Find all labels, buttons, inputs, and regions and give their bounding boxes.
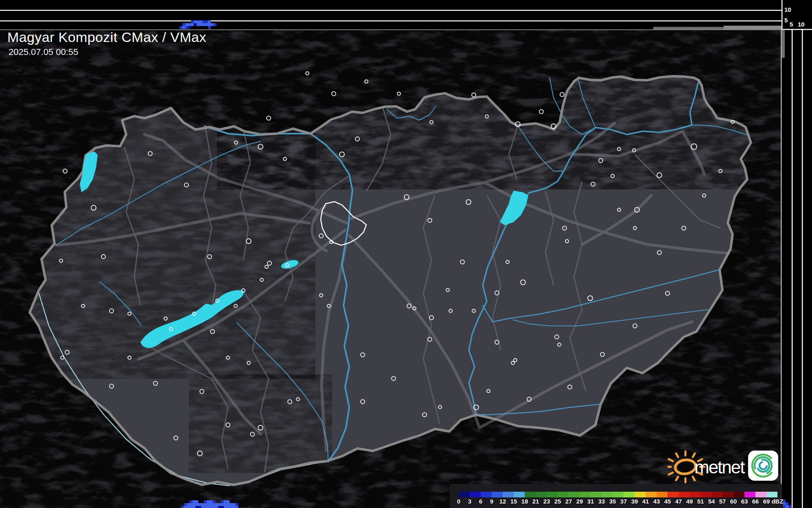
radar-viewer-page: { "header": { "title": "Magyar Kompozit … bbox=[0, 0, 812, 508]
radar-echo-pixel bbox=[185, 23, 188, 26]
legend-tick-label: 27 bbox=[565, 498, 572, 505]
radar-echo-pixel bbox=[187, 506, 190, 508]
legend-color-block bbox=[755, 492, 766, 497]
radar-echo-pixel bbox=[224, 500, 227, 503]
legend-color-block bbox=[547, 492, 558, 497]
legend-color-block bbox=[744, 492, 755, 497]
legend-tick-label: 47 bbox=[675, 498, 682, 505]
legend-tick-label: 45 bbox=[664, 498, 671, 505]
radar-echo-pixel bbox=[199, 23, 202, 26]
radar-echo-pixel bbox=[210, 503, 212, 506]
radar-echo-pixel bbox=[204, 503, 207, 506]
legend-tick-label: 66 bbox=[752, 498, 759, 505]
radar-echo-pixel bbox=[195, 503, 198, 506]
right-profile-label-5: 5 bbox=[790, 21, 793, 27]
legend-tick-label: 69 bbox=[763, 498, 770, 505]
legend-tick-label: 35 bbox=[609, 498, 616, 505]
radar-echo-pixel bbox=[208, 20, 211, 23]
legend-tick-label: 29 bbox=[576, 498, 583, 505]
radar-echo-pixel bbox=[207, 500, 210, 503]
legend-tick-label: 18 bbox=[521, 498, 528, 505]
mecsek-hills-texture bbox=[195, 379, 326, 468]
radar-echo-pixel bbox=[198, 506, 201, 508]
radar-echo-pixel bbox=[204, 500, 207, 503]
right-profile-terrain-silhouette bbox=[782, 30, 785, 58]
radar-echo-pixel bbox=[211, 23, 214, 26]
radar-echo-pixel bbox=[227, 506, 230, 508]
radar-echo-pixel bbox=[230, 506, 232, 508]
legend-tick-label: 63 bbox=[741, 498, 748, 505]
radar-echo-pixel bbox=[199, 20, 202, 23]
legend-tick-label: 25 bbox=[554, 498, 561, 505]
radar-echo-pixel bbox=[215, 506, 218, 508]
radar-echo-pixel bbox=[227, 503, 230, 506]
metnet-logo[interactable]: metnet bbox=[668, 447, 781, 486]
corner-vertical-separator bbox=[781, 0, 783, 29]
radar-echo-pixel bbox=[198, 503, 201, 506]
timestamp: 2025.07.05 00:55 bbox=[9, 47, 78, 57]
radar-echo-pixel bbox=[232, 503, 235, 506]
legend-color-block bbox=[657, 492, 668, 497]
legend-tick-label: 51 bbox=[697, 498, 704, 505]
radar-echo-pixel bbox=[179, 26, 182, 29]
legend-color-block bbox=[580, 492, 591, 497]
radar-echo-pixel bbox=[210, 500, 212, 503]
legend-tick-label: dBZ bbox=[771, 498, 783, 505]
legend-tick-label: 15 bbox=[510, 498, 517, 505]
radar-echo-pixel bbox=[224, 506, 227, 508]
legend-tick-label: 9 bbox=[490, 498, 493, 505]
legend-color-block bbox=[646, 492, 657, 497]
radar-echo-pixel bbox=[212, 500, 215, 503]
radar-echo-pixel bbox=[190, 500, 193, 503]
radar-echo-pixel bbox=[215, 503, 218, 506]
radar-echo-pixel bbox=[207, 506, 210, 508]
radar-echo-pixel bbox=[188, 23, 191, 26]
legend-color-block bbox=[722, 492, 733, 497]
radar-echo-pixel bbox=[227, 500, 230, 503]
radar-echo-pixel bbox=[205, 20, 208, 23]
radar-echo-pixel bbox=[208, 23, 211, 26]
legend-tick-label: 33 bbox=[598, 498, 605, 505]
legend-tick-label: 54 bbox=[708, 498, 715, 505]
legend-tick-label: 31 bbox=[587, 498, 594, 505]
dbz-color-legend: 0369121518212325272931333537394143454749… bbox=[450, 484, 782, 508]
radar-echo-pixel bbox=[783, 505, 786, 508]
radar-echo-pixel bbox=[235, 503, 238, 506]
radar-echo-map bbox=[181, 500, 238, 508]
legend-color-block bbox=[591, 492, 602, 497]
legend-color-block bbox=[459, 492, 470, 497]
legend-color-block bbox=[678, 492, 689, 497]
right-profile-label-10: 10 bbox=[798, 21, 805, 27]
top-profile-label-5: 5 bbox=[784, 17, 788, 23]
radar-echo-pixel bbox=[232, 506, 235, 508]
legend-tick-label: 43 bbox=[653, 498, 660, 505]
radar-echo-pixel bbox=[182, 26, 185, 29]
legend-color-block bbox=[700, 492, 711, 497]
radar-echo-pixel bbox=[202, 20, 205, 23]
legend-tick-label: 41 bbox=[642, 498, 649, 505]
logo-text: metnet bbox=[694, 457, 745, 477]
radar-echo-pixel bbox=[191, 23, 194, 26]
radar-echo-pixel bbox=[208, 26, 211, 29]
radar-echo-pixel bbox=[191, 20, 194, 23]
radar-echo-pixel bbox=[184, 503, 187, 506]
legend-color-block bbox=[711, 492, 722, 497]
legend-color-block bbox=[536, 492, 547, 497]
radar-echo-pixel bbox=[184, 506, 187, 508]
legend-color-block bbox=[689, 492, 700, 497]
legend-tick-label: 21 bbox=[532, 498, 539, 505]
legend-color-block bbox=[569, 492, 580, 497]
radar-map-canvas bbox=[0, 0, 812, 508]
map-right-edge bbox=[781, 29, 782, 508]
radar-echo-pixel bbox=[187, 503, 190, 506]
radar-echo-pixel bbox=[193, 500, 195, 503]
radar-echo-pixel bbox=[181, 506, 184, 508]
legend-color-block bbox=[503, 492, 514, 497]
radar-echo-pixel bbox=[182, 23, 185, 26]
metnet-app-icon bbox=[748, 450, 779, 481]
legend-color-bar bbox=[459, 492, 777, 497]
radar-echo-pixel bbox=[194, 23, 197, 26]
radar-echo-pixel bbox=[201, 503, 204, 506]
radar-echo-pixel bbox=[193, 503, 195, 506]
legend-color-block bbox=[558, 492, 569, 497]
